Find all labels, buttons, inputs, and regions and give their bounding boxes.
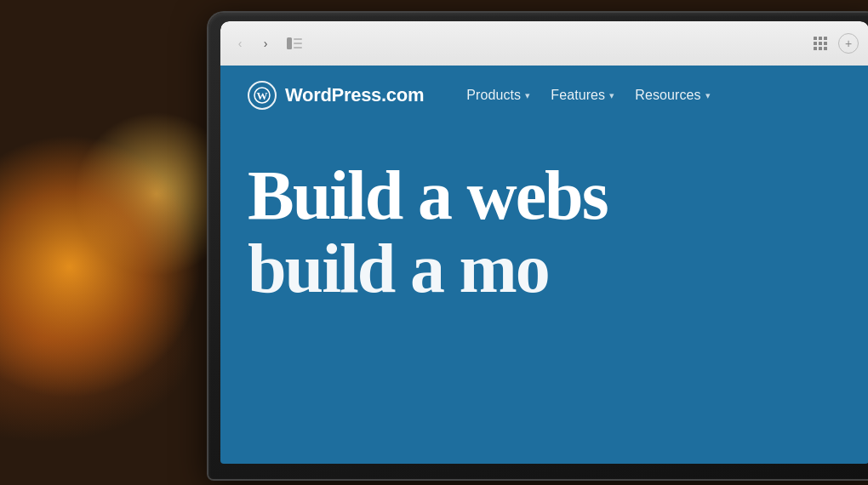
resources-chevron-icon: ▾: [705, 90, 711, 101]
forward-button[interactable]: ›: [256, 34, 275, 53]
wp-brand-name: WordPress.com: [285, 84, 424, 106]
sidebar-icon: [287, 37, 302, 49]
svg-rect-2: [294, 43, 302, 44]
products-chevron-icon: ▾: [525, 90, 530, 101]
laptop-frame: ‹ ›: [208, 13, 868, 479]
wp-logo-area: W WordPress.com: [248, 81, 424, 110]
back-button[interactable]: ‹: [231, 34, 249, 53]
tab-overview-button[interactable]: [809, 32, 831, 54]
screen-bezel: ‹ ›: [220, 21, 868, 464]
browser-toolbar: ‹ ›: [220, 21, 868, 66]
hero-line-1: Build a webs: [248, 157, 608, 234]
back-icon: ‹: [238, 37, 243, 50]
browser-chrome: ‹ ›: [220, 21, 868, 66]
forward-icon: ›: [264, 37, 268, 50]
wordpress-logo-icon: W: [254, 87, 271, 104]
nav-item-resources[interactable]: Resources ▾: [626, 83, 719, 108]
nav-item-products[interactable]: Products ▾: [458, 83, 539, 108]
plus-icon: +: [845, 37, 852, 49]
wp-nav-links: Products ▾ Features ▾ Resources ▾: [458, 83, 719, 108]
wp-hero-section: Build a webs build a mo: [220, 125, 868, 305]
svg-text:W: W: [257, 89, 268, 102]
sidebar-toggle-button[interactable]: [285, 34, 304, 53]
wp-logo: W: [248, 81, 277, 110]
website-content: W WordPress.com Products ▾ Features ▾: [220, 66, 868, 464]
wordpress-nav: W WordPress.com Products ▾ Features ▾: [220, 66, 868, 125]
hero-line-2: build a mo: [248, 232, 842, 305]
hero-title: Build a webs build a mo: [248, 159, 842, 305]
grid-icon: [814, 37, 827, 50]
svg-rect-1: [294, 38, 302, 40]
svg-rect-3: [294, 47, 302, 48]
nav-item-features[interactable]: Features ▾: [542, 83, 623, 108]
features-chevron-icon: ▾: [609, 90, 614, 101]
new-tab-button[interactable]: +: [838, 33, 859, 54]
svg-rect-0: [287, 37, 292, 49]
